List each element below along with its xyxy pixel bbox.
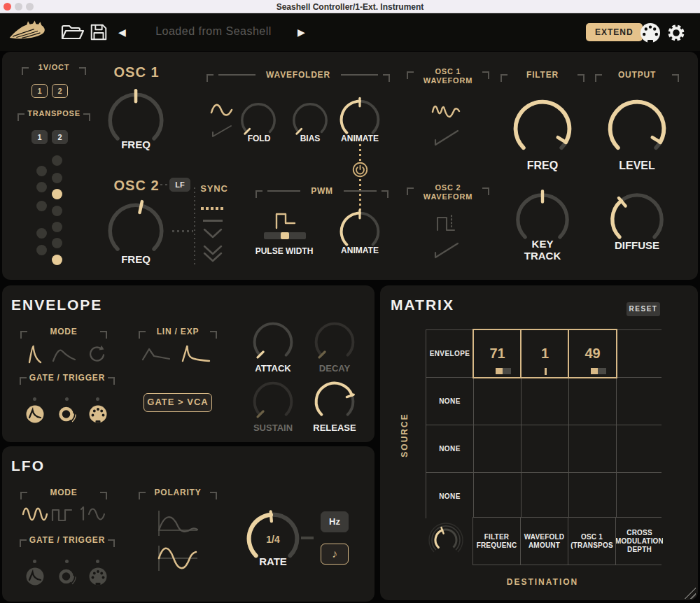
key-dot[interactable] xyxy=(52,173,62,183)
matrix-destination-cell[interactable]: OSC 1 (TRANSPOS xyxy=(568,518,615,565)
resize-handle[interactable] xyxy=(682,585,696,599)
matrix-cell[interactable] xyxy=(474,425,521,472)
envelope-panel: ENVELOPE MODE LIN / EXP GATE / TRIGGER xyxy=(2,285,374,442)
key-dot[interactable] xyxy=(52,238,62,248)
open-preset-button[interactable] xyxy=(60,22,85,45)
key-dot[interactable] xyxy=(36,201,47,211)
envelope-mode-asr-icon[interactable] xyxy=(52,347,77,362)
sync-option-hard[interactable] xyxy=(202,245,223,264)
osc1-ramp-icon[interactable] xyxy=(433,127,461,147)
gate-vca-button[interactable]: GATE > VCA xyxy=(144,393,212,412)
gate-source-led xyxy=(96,397,99,401)
ramp-wave-icon[interactable] xyxy=(210,123,234,139)
matrix-reset-button[interactable]: RESET xyxy=(626,302,660,316)
linear-curve-icon[interactable] xyxy=(141,347,171,361)
midi-settings-button[interactable] xyxy=(639,22,662,47)
rate-hz-button[interactable]: Hz xyxy=(321,511,349,532)
envelope-gate-midi-icon[interactable] xyxy=(88,404,108,424)
polarity-bipolar-icon[interactable] xyxy=(154,543,200,575)
osc2-ramp-icon[interactable] xyxy=(433,239,461,260)
sync-option-soft[interactable] xyxy=(202,228,223,239)
key-dot[interactable] xyxy=(52,206,62,216)
osc2-pulse-icon[interactable] xyxy=(435,211,460,233)
lfo-mode-group-label: MODE xyxy=(20,492,107,499)
envelope-title: ENVELOPE xyxy=(11,297,102,313)
sync-option-off[interactable] xyxy=(201,207,225,210)
osc2-sync-connector xyxy=(172,230,193,232)
matrix-cell[interactable] xyxy=(522,425,568,472)
filter-freq-knob[interactable] xyxy=(509,95,576,162)
key-dot[interactable] xyxy=(52,222,62,232)
pulse-width-slider-handle[interactable] xyxy=(281,232,289,239)
gear-icon xyxy=(666,34,687,45)
animate-power-button[interactable] xyxy=(352,162,368,178)
lfo-gate-midi-icon[interactable] xyxy=(88,567,108,586)
transpose-channel-1-button[interactable]: 1 xyxy=(31,130,48,144)
lfo-mode-square-icon[interactable] xyxy=(51,507,78,523)
vpo-channel-2-button[interactable]: 2 xyxy=(52,84,68,98)
key-dot-active[interactable] xyxy=(52,189,62,199)
envelope-gate-loop-icon[interactable] xyxy=(57,404,77,424)
key-dot[interactable] xyxy=(36,245,47,255)
matrix-cell[interactable] xyxy=(522,473,568,520)
rate-note-sync-button[interactable]: ♪ xyxy=(321,544,349,565)
osc1-freq-label: FREQ xyxy=(111,139,160,150)
output-label: OUTPUT xyxy=(602,70,672,80)
envelope-gate-env-icon[interactable] xyxy=(25,404,45,424)
lfo-gate-loop-icon[interactable] xyxy=(57,567,77,586)
transpose-channel-2-button[interactable]: 2 xyxy=(52,130,68,144)
sustain-knob[interactable] xyxy=(250,378,296,425)
attack-knob[interactable] xyxy=(250,319,296,365)
envelope-mode-ad-icon[interactable] xyxy=(28,344,42,364)
vpo-channel-1-button[interactable]: 1 xyxy=(31,84,48,98)
linexp-group-label: LIN / EXP xyxy=(139,331,217,339)
folded-wave-icon[interactable] xyxy=(430,101,461,125)
exponential-curve-icon[interactable] xyxy=(181,343,211,362)
decay-knob[interactable] xyxy=(312,319,358,365)
matrix-destination-cell[interactable]: WAVEFOLD AMOUNT xyxy=(521,518,568,565)
lfo-mode-oneshot-icon[interactable] xyxy=(78,505,110,523)
lfo-mode-sine-icon[interactable] xyxy=(22,505,48,523)
matrix-cell[interactable] xyxy=(474,378,521,425)
key-dot[interactable] xyxy=(36,228,47,239)
osc2-lf-toggle[interactable]: LF xyxy=(169,178,190,192)
envelope-mode-loop-icon[interactable] xyxy=(86,344,106,364)
matrix-title: MATRIX xyxy=(391,297,454,313)
matrix-cell[interactable] xyxy=(569,473,616,520)
matrix-cell[interactable] xyxy=(522,378,568,425)
key-dot[interactable] xyxy=(36,166,47,176)
matrix-cell[interactable]: 71 xyxy=(474,330,521,377)
osc2-lf-connector-dots xyxy=(160,184,168,185)
save-preset-button[interactable] xyxy=(89,22,108,45)
next-preset-button[interactable]: ▶ xyxy=(298,25,305,39)
matrix-cell[interactable] xyxy=(569,425,616,472)
settings-button[interactable] xyxy=(666,22,687,46)
previous-preset-button[interactable]: ◀ xyxy=(118,25,126,39)
polarity-unipolar-icon[interactable] xyxy=(154,506,200,540)
sync-option-line[interactable] xyxy=(203,220,223,222)
envelope-gate-group-label: GATE / TRIGGER xyxy=(20,377,115,385)
pulse-width-slider[interactable] xyxy=(264,232,306,239)
matrix-destination-cell[interactable]: FILTER FREQUENC xyxy=(473,518,520,565)
matrix-cell[interactable]: 49 xyxy=(569,330,616,377)
matrix-cell[interactable] xyxy=(617,330,664,377)
matrix-cell[interactable]: 1 xyxy=(522,330,568,377)
matrix-cell[interactable] xyxy=(474,473,521,520)
extend-button[interactable]: EXTEND xyxy=(586,23,643,41)
matrix-cell[interactable] xyxy=(617,473,664,520)
matrix-cell[interactable] xyxy=(617,378,664,425)
level-knob[interactable] xyxy=(603,95,671,162)
key-dot[interactable] xyxy=(52,155,62,166)
key-dot-active[interactable] xyxy=(52,255,62,265)
window-title: Seashell Controller/1-Ext. Instrument xyxy=(0,2,700,12)
lfo-gate-env-icon[interactable] xyxy=(25,567,45,586)
matrix-cell[interactable] xyxy=(617,425,664,472)
wavefolder-label: WAVEFOLDER xyxy=(260,70,336,80)
release-knob[interactable] xyxy=(312,378,358,425)
matrix-cell[interactable] xyxy=(569,378,616,425)
key-dot[interactable] xyxy=(36,182,47,192)
matrix-amount-knob[interactable] xyxy=(425,519,467,561)
matrix-destination-cell[interactable]: CROSS MODULATION DEPTH xyxy=(616,518,663,565)
matrix-destination-row: FILTER FREQUENC WAVEFOLD AMOUNT OSC 1 (T… xyxy=(472,517,662,565)
sine-wave-icon[interactable] xyxy=(209,101,235,122)
